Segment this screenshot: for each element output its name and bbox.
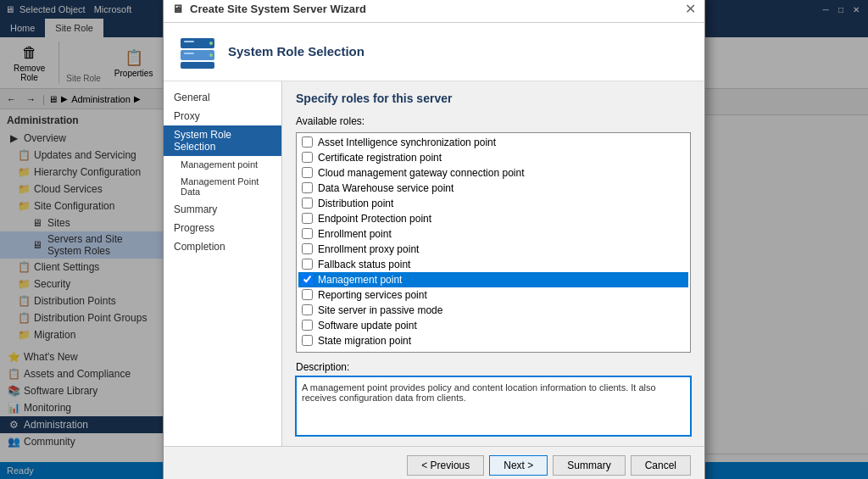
role-item[interactable]: Endpoint Protection point xyxy=(298,211,688,226)
role-label: Enrollment point xyxy=(318,228,392,240)
description-box: A management point provides policy and c… xyxy=(296,376,691,436)
role-checkbox[interactable] xyxy=(302,243,313,254)
dialog-header-icon xyxy=(177,31,218,72)
role-label: Certificate registration point xyxy=(318,152,442,164)
role-item[interactable]: Fallback status point xyxy=(298,257,688,272)
summary-button[interactable]: Summary xyxy=(553,455,625,476)
dialog-nav-summary[interactable]: Summary xyxy=(164,200,281,219)
role-label: Reporting services point xyxy=(318,289,427,301)
description-label: Description: xyxy=(296,361,691,373)
dialog-nav-general[interactable]: General xyxy=(164,88,281,107)
role-label: Fallback status point xyxy=(318,259,410,270)
role-checkbox[interactable] xyxy=(302,274,313,285)
dialog-title-icon: 🖥 xyxy=(172,3,183,15)
role-checkbox[interactable] xyxy=(302,228,313,239)
role-label: Cloud management gateway connection poin… xyxy=(318,167,525,179)
dialog-header: System Role Selection xyxy=(164,23,704,81)
role-checkbox[interactable] xyxy=(302,198,313,209)
svg-rect-2 xyxy=(181,62,214,69)
role-item[interactable]: Site server in passive mode xyxy=(298,303,688,318)
role-item[interactable]: Data Warehouse service point xyxy=(298,181,688,196)
dialog-title-bar: 🖥 Create Site System Server Wizard ✕ xyxy=(164,0,704,23)
available-roles-label: Available roles: xyxy=(296,115,691,127)
role-item[interactable]: Software update point xyxy=(298,318,688,333)
role-checkbox[interactable] xyxy=(302,167,313,178)
role-label: Distribution point xyxy=(318,198,393,209)
dialog-title-text: 🖥 Create Site System Server Wizard xyxy=(172,3,366,15)
svg-rect-6 xyxy=(184,53,194,54)
dialog-body: General Proxy System Role Selection Mana… xyxy=(164,81,704,446)
role-checkbox[interactable] xyxy=(302,182,313,193)
dialog-close-button[interactable]: ✕ xyxy=(685,1,696,17)
dialog-nav-sysrole[interactable]: System Role Selection xyxy=(164,125,281,156)
role-label: Enrollment proxy point xyxy=(318,243,419,255)
role-item[interactable]: State migration point xyxy=(298,333,688,348)
role-checkbox[interactable] xyxy=(302,259,313,270)
role-checkbox[interactable] xyxy=(302,289,313,300)
wizard-dialog: 🖥 Create Site System Server Wizard ✕ Sys… xyxy=(163,0,705,479)
dialog-footer: < Previous Next > Summary Cancel xyxy=(164,446,704,480)
description-section: Description: A management point provides… xyxy=(296,361,691,436)
role-checkbox[interactable] xyxy=(302,152,313,163)
dialog-title-label: Create Site System Server Wizard xyxy=(190,3,366,15)
role-item[interactable]: Enrollment proxy point xyxy=(298,242,688,257)
role-item[interactable]: Certificate registration point xyxy=(298,150,688,165)
role-label: Software update point xyxy=(318,320,417,331)
role-label: Site server in passive mode xyxy=(318,304,442,316)
next-button[interactable]: Next > xyxy=(489,455,548,476)
dialog-header-title: System Role Selection xyxy=(228,44,364,58)
role-item[interactable]: Enrollment point xyxy=(298,226,688,242)
role-label: Asset Intelligence synchronization point xyxy=(318,136,496,148)
role-item[interactable]: Distribution point xyxy=(298,196,688,211)
dialog-nav-progress[interactable]: Progress xyxy=(164,219,281,237)
role-label: Data Warehouse service point xyxy=(318,182,453,194)
dialog-overlay: 🖥 Create Site System Server Wizard ✕ Sys… xyxy=(0,0,868,479)
dialog-nav-proxy[interactable]: Proxy xyxy=(164,107,281,125)
roles-list[interactable]: Asset Intelligence synchronization point… xyxy=(296,132,691,353)
role-item[interactable]: Management point xyxy=(298,272,688,287)
server-icon-svg xyxy=(177,31,218,72)
cancel-button[interactable]: Cancel xyxy=(631,455,691,476)
svg-point-3 xyxy=(209,42,213,45)
dialog-nav-mgmtpoint[interactable]: Management point xyxy=(164,156,281,173)
dialog-nav-completion[interactable]: Completion xyxy=(164,237,281,256)
previous-button[interactable]: < Previous xyxy=(407,455,484,476)
role-checkbox[interactable] xyxy=(302,136,313,148)
role-checkbox[interactable] xyxy=(302,335,313,346)
role-item[interactable]: Asset Intelligence synchronization point xyxy=(298,135,688,150)
dialog-content-title: Specify roles for this server xyxy=(296,92,691,105)
role-label: Management point xyxy=(318,274,402,286)
role-label: State migration point xyxy=(318,335,411,347)
dialog-nav: General Proxy System Role Selection Mana… xyxy=(164,81,282,446)
role-checkbox[interactable] xyxy=(302,304,313,315)
svg-rect-5 xyxy=(184,41,194,42)
dialog-nav-mgmtpointdata[interactable]: Management Point Data xyxy=(164,173,281,200)
role-item[interactable]: Cloud management gateway connection poin… xyxy=(298,165,688,181)
dialog-content: Specify roles for this server Available … xyxy=(282,81,704,446)
role-label: Endpoint Protection point xyxy=(318,213,431,225)
svg-point-4 xyxy=(209,53,213,57)
role-checkbox[interactable] xyxy=(302,213,313,224)
role-checkbox[interactable] xyxy=(302,320,313,331)
role-item[interactable]: Reporting services point xyxy=(298,287,688,303)
